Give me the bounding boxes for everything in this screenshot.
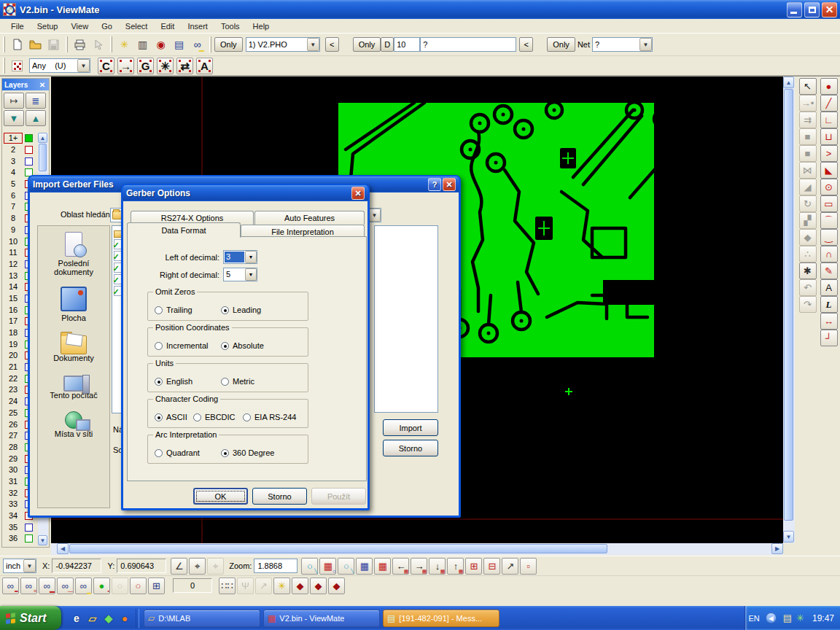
layer-number[interactable]: 28 (4, 442, 23, 453)
y-coordinate-field[interactable]: 0.690643 (117, 559, 166, 573)
layer-number[interactable]: 14 (4, 281, 23, 292)
layer-color-box[interactable] (25, 524, 33, 532)
tab-auto-features[interactable]: Auto Features (254, 211, 365, 225)
degree-360-radio[interactable] (221, 449, 229, 457)
only-layer-button[interactable]: Only (214, 37, 243, 52)
layer-number[interactable]: 26 (4, 419, 23, 430)
layer-number[interactable]: 1+ (4, 133, 23, 144)
taskbar-task[interactable]: ▱ D:\MLAB (144, 610, 260, 627)
cancel-button[interactable]: Storno (252, 488, 307, 505)
new-file-button[interactable] (9, 36, 26, 53)
align-icon[interactable]: ∴ (799, 246, 817, 262)
zoom-value-field[interactable]: 1.8868 (254, 559, 298, 573)
view-pads-glasses-icon[interactable]: ∞ ▬ (39, 578, 55, 594)
menu-item[interactable]: Setup (31, 20, 65, 32)
scroll-down-button[interactable]: ▼ (783, 531, 794, 542)
chevron-down-icon[interactable]: ▼ (639, 38, 652, 51)
draw-curve-icon[interactable]: ‿ (820, 229, 838, 246)
scroll-down-button[interactable]: ▼ (38, 535, 47, 545)
draw-triangle-icon[interactable]: ◣ (820, 162, 838, 179)
ok-button[interactable]: OK (193, 488, 248, 505)
draw-line-icon[interactable]: ╱ (820, 95, 838, 112)
flash-select-icon[interactable]: ✳ (273, 578, 290, 594)
layer-number[interactable]: 27 (4, 430, 23, 441)
layer-number[interactable]: 34 (4, 510, 23, 521)
apply-button[interactable]: Použít (311, 488, 366, 505)
menu-item[interactable]: File (4, 20, 31, 32)
corner-tool-icon[interactable]: ┘ (820, 330, 838, 346)
quicklaunch-firefox-icon[interactable]: ● (117, 610, 133, 626)
close-icon[interactable]: ✕ (38, 81, 47, 89)
only-net-button[interactable]: Only (547, 37, 575, 52)
zoom-area-icon[interactable]: ↗ (502, 558, 518, 575)
pad-mode-icon[interactable]: ◆ (292, 578, 308, 594)
pad-select-icon[interactable]: ◆ (328, 578, 345, 594)
right-of-decimal-combo[interactable]: 5 ▼ (223, 268, 257, 281)
horizontal-scrollbar[interactable]: ◀ ▶ (51, 543, 783, 555)
draw-arc-icon[interactable]: ⌒ (820, 212, 838, 229)
fill-rect-icon[interactable]: ■ (799, 145, 817, 162)
chevron-down-icon[interactable]: ▼ (77, 59, 90, 72)
x-coordinate-field[interactable]: -0.942237 (52, 559, 101, 573)
pad-edit-icon[interactable]: ◆ (310, 578, 327, 594)
component-mode-button[interactable]: C (98, 58, 114, 74)
place-item[interactable]: Místa v síti (38, 410, 109, 438)
layer-number[interactable]: 33 (4, 499, 23, 510)
trailing-radio[interactable] (155, 306, 163, 314)
gerber-mode-button[interactable]: G (137, 58, 154, 74)
chevron-down-icon[interactable]: ▼ (23, 559, 36, 572)
layer-number[interactable]: 9 (4, 225, 23, 236)
vertical-scrollbar[interactable]: ▲ ▼ (783, 77, 795, 543)
layer-number[interactable]: 32 (4, 488, 23, 499)
gerber-dialog-titlebar[interactable]: Gerber Options ✕ (122, 185, 368, 201)
settings-gear-icon[interactable]: ✱ (799, 262, 817, 279)
dcode-label-button[interactable]: D (381, 37, 394, 52)
layer-number[interactable]: 13 (4, 271, 23, 281)
save-button[interactable] (45, 36, 62, 53)
scroll-up-button[interactable]: ▲ (783, 77, 794, 88)
view-cells-icon[interactable]: ▦ (356, 558, 373, 575)
dcode-value-field[interactable]: 10 (394, 37, 420, 52)
language-indicator[interactable]: EN (748, 614, 759, 623)
layer-number[interactable]: 36 (4, 533, 23, 544)
ebcdic-radio[interactable] (193, 413, 201, 421)
layer-number[interactable]: 31 (4, 476, 23, 487)
dimension-tool-icon[interactable]: ↔ (820, 313, 838, 330)
layer-number[interactable]: 20 (4, 350, 23, 361)
fill-polygon-icon[interactable]: ■ (799, 128, 817, 145)
layer-number[interactable]: 10 (4, 236, 23, 247)
menu-item[interactable]: Edit (154, 20, 181, 32)
draw-pad-icon[interactable]: ● (820, 78, 838, 95)
close-button[interactable]: ✕ (351, 187, 365, 200)
quicklaunch-folder-icon[interactable]: ▱ (85, 610, 101, 626)
redo-icon[interactable]: ↷ (799, 296, 817, 313)
arrow-mode-button[interactable]: → (117, 58, 134, 74)
vertical-scroll-thumb[interactable] (784, 89, 793, 521)
taskbar-task[interactable]: ▦ V2.bin - ViewMate (263, 610, 380, 627)
layer-number[interactable]: 15 (4, 293, 23, 304)
aperture-list-icon[interactable]: ▥ (134, 36, 151, 53)
layers-scroll-thumb[interactable] (39, 144, 47, 171)
layer-row[interactable]: 35 (4, 521, 39, 533)
angle-measure-button[interactable]: ∠ (171, 558, 187, 575)
layer-number[interactable]: 11 (4, 247, 23, 258)
previous-dcode-button[interactable]: < (519, 37, 533, 52)
draw-sketch-icon[interactable]: ✎ (820, 262, 838, 279)
toolbar-grip[interactable] (3, 36, 5, 52)
layer-number[interactable]: 12 (4, 259, 23, 270)
rotate-icon[interactable]: ↻ (799, 195, 817, 212)
tray-input-icon[interactable]: ▤ (783, 612, 792, 623)
metric-radio[interactable] (221, 378, 229, 386)
select-area-icon[interactable]: ▫ (520, 558, 537, 575)
dock-layer-icon[interactable]: ↦ (4, 93, 24, 109)
layer-row[interactable]: 36 (4, 533, 39, 545)
layer-number[interactable]: 17 (4, 316, 23, 327)
highlight-flash-icon[interactable]: ✳ (116, 36, 133, 53)
close-button[interactable]: ✕ (443, 178, 456, 191)
import-button[interactable]: Import (383, 419, 438, 436)
menu-item[interactable]: Select (119, 20, 155, 32)
horizontal-scroll-thumb[interactable] (69, 544, 607, 553)
layer-number[interactable]: 2 (4, 144, 23, 155)
quadrant-radio[interactable] (155, 449, 163, 457)
quicklaunch-book-icon[interactable]: ◆ (101, 610, 117, 626)
